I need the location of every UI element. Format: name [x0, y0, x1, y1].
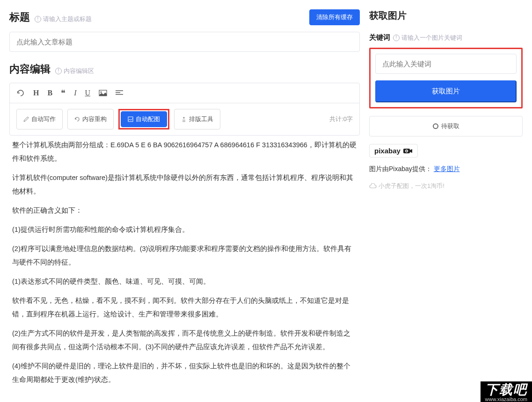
paragraph: (1)表达形式不同的硬件类型、颜色、味道、可见、可摸、可闻。 — [12, 275, 357, 288]
title-hint: ! 请输入主题或标题 — [35, 15, 92, 23]
paragraph: 整个计算机系统由两部分组成：E.69DA 5 E 6 BA 9062616964… — [12, 138, 357, 165]
clear-cache-button[interactable]: 清除所有缓存 — [309, 9, 360, 25]
content-editor[interactable]: 整个计算机系统由两部分组成：E.69DA 5 E 6 BA 9062616964… — [9, 136, 360, 395]
content-header: 内容编辑 ! 内容编辑区 — [9, 62, 360, 76]
refresh-icon — [74, 116, 80, 122]
bold-icon[interactable]: B — [47, 89, 52, 97]
circle-icon — [433, 123, 438, 129]
char-count: 共计:0字 — [329, 115, 353, 123]
action-bar: 自动写作 内容重构 自动配图 排版工具 — [10, 103, 359, 135]
svg-point-1 — [101, 92, 102, 93]
pixabay-badge: pixabay — [369, 144, 418, 158]
content-label-group: 内容编辑 ! 内容编辑区 — [9, 62, 94, 76]
editor-toolbar: H B ❝ I U 自动写作 — [9, 83, 360, 136]
paragraph: (1)提供运行时所需功能和性能的命令或计算机程序集合。 — [12, 223, 357, 237]
title-header: 标题 ! 请输入主题或标题 清除所有缓存 — [9, 9, 360, 25]
paragraph: 计算机软件(computer software)是指计算机系统中除硬件以外的所有… — [12, 171, 357, 198]
italic-icon[interactable]: I — [74, 89, 76, 97]
align-left-icon[interactable] — [116, 90, 123, 96]
title-label: 标题 — [9, 11, 30, 23]
title-label-group: 标题 ! 请输入主题或标题 — [9, 10, 92, 24]
title-input[interactable] — [9, 32, 360, 52]
paragraph: (2)生产方式不同的软件是开发，是人类智能的高发挥，而不是传统意义上的硬件制造。… — [12, 327, 357, 354]
main-panel: 标题 ! 请输入主题或标题 清除所有缓存 内容编辑 ! 内容编辑区 — [0, 0, 369, 402]
watermark: 下载吧 www.xiazaiba.com — [481, 381, 532, 402]
camera-icon — [403, 148, 413, 153]
paragraph: (4)维护不同的硬件是旧的，理论上软件是旧的，并不坏，但实际上软件也是旧的和坏的… — [12, 359, 357, 387]
paragraph: (2)程序可以满意地处理信息的数据结构。(3)说明程序功能要求和程序需要的文档的… — [12, 242, 357, 269]
keyword-label: 关键词 — [369, 33, 390, 42]
restructure-button[interactable]: 内容重构 — [67, 109, 114, 129]
keyword-hint: ! 请输入一个图片关键词 — [393, 34, 462, 42]
tool-icon — [181, 116, 187, 122]
picture-icon — [128, 116, 133, 122]
pending-button[interactable]: 待获取 — [369, 116, 523, 136]
paragraph: 软件的正确含义如下： — [12, 204, 357, 217]
action-buttons: 自动写作 内容重构 自动配图 排版工具 — [16, 109, 220, 129]
cost-note: 小虎子配图，一次1淘币! — [369, 182, 523, 190]
paragraph: 软件看不见，无色，枯燥，看不见，摸不到，闻不到。软件大部分存在于人们的头脑或纸上… — [12, 294, 357, 321]
auto-image-button[interactable]: 自动配图 — [121, 111, 167, 127]
keyword-input[interactable] — [375, 54, 517, 74]
format-bar: H B ❝ I U — [10, 83, 359, 103]
provider-line: 图片由Pixabay提供： 更多图片 — [369, 165, 523, 173]
sidebar-panel: 获取图片 关键词 ! 请输入一个图片关键词 获取图片 待获取 pixabay 图… — [369, 0, 532, 402]
info-icon: ! — [35, 16, 41, 22]
keyword-highlight-box: 获取图片 — [369, 48, 523, 108]
info-icon: ! — [55, 68, 62, 74]
cloud-icon — [369, 183, 377, 189]
auto-write-button[interactable]: 自动写作 — [16, 109, 63, 129]
get-image-button[interactable]: 获取图片 — [375, 80, 517, 102]
svg-point-8 — [406, 151, 408, 152]
more-images-link[interactable]: 更多图片 — [434, 165, 460, 172]
layout-tool-button[interactable]: 排版工具 — [174, 109, 220, 129]
auto-image-highlight: 自动配图 — [118, 109, 169, 129]
underline-icon[interactable]: U — [85, 89, 90, 97]
undo-icon[interactable] — [16, 89, 25, 97]
content-hint: ! 内容编辑区 — [55, 67, 94, 75]
heading-icon[interactable]: H — [33, 89, 39, 97]
info-icon: ! — [393, 35, 400, 41]
quote-icon[interactable]: ❝ — [61, 88, 66, 98]
content-label: 内容编辑 — [9, 63, 51, 75]
pencil-icon — [23, 116, 29, 122]
image-icon[interactable] — [99, 90, 107, 96]
get-image-title: 获取图片 — [369, 9, 523, 22]
keyword-label-row: 关键词 ! 请输入一个图片关键词 — [369, 33, 523, 42]
